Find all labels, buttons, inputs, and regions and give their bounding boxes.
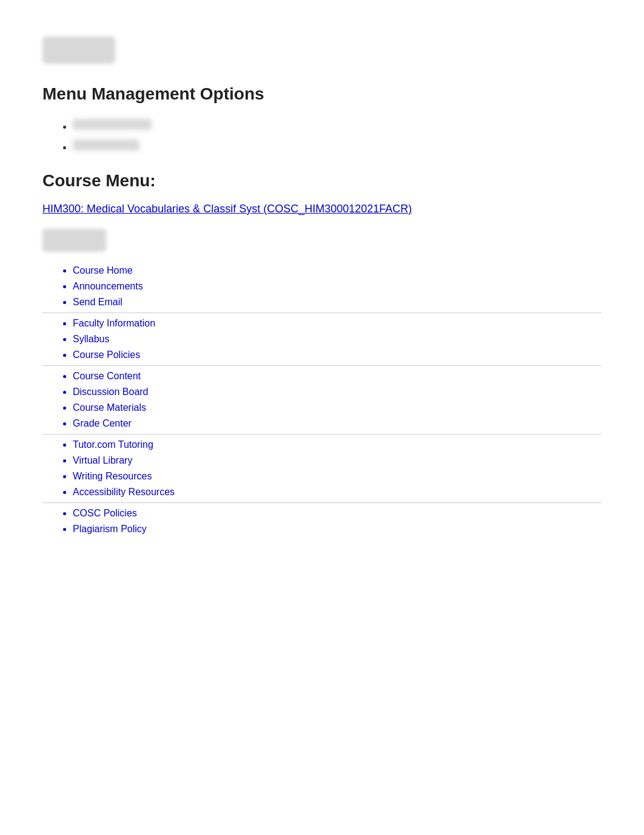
cosc-policies-link[interactable]: COSC Policies bbox=[73, 508, 137, 518]
syllabus-link[interactable]: Syllabus bbox=[73, 334, 109, 344]
announcements-link[interactable]: Announcements bbox=[73, 281, 143, 291]
list-item: Accessibility Resources bbox=[73, 487, 602, 498]
menu-options-list bbox=[42, 119, 602, 153]
grade-center-link[interactable]: Grade Center bbox=[73, 418, 132, 428]
accessibility-resources-link[interactable]: Accessibility Resources bbox=[73, 487, 175, 497]
list-item: Tutor.com Tutoring bbox=[73, 439, 602, 450]
faculty-information-link[interactable]: Faculty Information bbox=[73, 318, 155, 328]
list-item: Faculty Information bbox=[73, 318, 602, 329]
send-email-link[interactable]: Send Email bbox=[73, 297, 122, 307]
tutor-tutoring-link[interactable]: Tutor.com Tutoring bbox=[73, 439, 153, 450]
list-item: Course Content bbox=[73, 371, 602, 382]
section-divider-1 bbox=[42, 313, 602, 313]
discussion-board-link[interactable]: Discussion Board bbox=[73, 387, 149, 397]
menu-option-2 bbox=[73, 140, 602, 153]
section-divider-3 bbox=[42, 434, 602, 434]
list-item: Syllabus bbox=[73, 334, 602, 345]
virtual-library-link[interactable]: Virtual Library bbox=[73, 455, 132, 465]
course-home-link[interactable]: Course Home bbox=[73, 265, 133, 276]
section-divider-4 bbox=[42, 502, 602, 503]
list-item: Send Email bbox=[73, 297, 602, 308]
course-content-link[interactable]: Course Content bbox=[73, 371, 141, 381]
list-item: Course Policies bbox=[73, 350, 602, 360]
list-item: Writing Resources bbox=[73, 471, 602, 482]
course-policies-link[interactable]: Course Policies bbox=[73, 350, 140, 360]
list-item: Discussion Board bbox=[73, 387, 602, 397]
list-item: Course Home bbox=[73, 265, 602, 276]
course-materials-link[interactable]: Course Materials bbox=[73, 402, 146, 413]
top-button-area bbox=[42, 36, 602, 66]
course-menu-title: Course Menu: bbox=[42, 171, 602, 191]
menu-option-1 bbox=[73, 119, 602, 132]
course-menu-list: Course Home Announcements Send Email Fac… bbox=[42, 265, 602, 535]
list-item: Course Materials bbox=[73, 402, 602, 413]
section-divider-2 bbox=[42, 365, 602, 366]
top-blurred-button[interactable] bbox=[42, 36, 115, 64]
list-item: Plagiarism Policy bbox=[73, 524, 602, 535]
list-item: COSC Policies bbox=[73, 508, 602, 519]
course-link[interactable]: HIM300: Medical Vocabularies & Classif S… bbox=[42, 203, 602, 215]
blurred-option-2 bbox=[73, 140, 139, 150]
menu-management-title: Menu Management Options bbox=[42, 84, 602, 104]
plagiarism-policy-link[interactable]: Plagiarism Policy bbox=[73, 524, 147, 534]
writing-resources-link[interactable]: Writing Resources bbox=[73, 471, 152, 481]
list-item: Grade Center bbox=[73, 418, 602, 429]
course-top-blurred-button[interactable] bbox=[42, 229, 106, 252]
list-item: Virtual Library bbox=[73, 455, 602, 466]
list-item: Announcements bbox=[73, 281, 602, 292]
blurred-option-1 bbox=[73, 119, 152, 130]
